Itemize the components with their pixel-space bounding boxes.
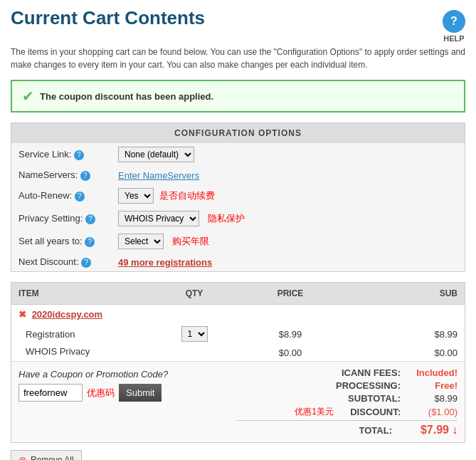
- help-q-autorenew[interactable]: ?: [75, 192, 85, 202]
- help-q-privacy[interactable]: ?: [85, 214, 95, 224]
- config-label-autorenew: Auto-Renew: ?: [11, 184, 111, 207]
- help-q-nameservers[interactable]: ?: [80, 171, 90, 181]
- col-item: ITEM: [11, 283, 159, 305]
- config-section: CONFIGURATION OPTIONS Service Link: ? No…: [11, 122, 465, 272]
- whois-sub: $0.00: [351, 344, 465, 362]
- domain-name[interactable]: 2020idcspy.com: [32, 309, 102, 320]
- config-label-years: Set all years to: ?: [11, 230, 111, 253]
- domain-x-icon: ✖: [18, 309, 26, 320]
- processing-label: PROCESSING:: [308, 380, 401, 391]
- icann-fees-value: Included!: [401, 367, 458, 378]
- nameservers-link[interactable]: Enter NameServers: [118, 170, 199, 181]
- discount-label: DISCOUNT:: [337, 407, 401, 417]
- config-label-discount: Next Discount: ?: [11, 253, 111, 271]
- discount-link[interactable]: 49 more registrations: [118, 257, 212, 268]
- items-section: ITEM QTY PRICE SUB ✖ 2020idcspy.com Regi…: [11, 282, 465, 443]
- registration-sub: $8.99: [351, 324, 465, 344]
- help-label: HELP: [443, 34, 465, 43]
- discount-note: 优惠1美元: [295, 406, 334, 418]
- service-link-select[interactable]: None (default): [118, 147, 194, 162]
- remove-icon: ⊗: [18, 454, 27, 460]
- autorenew-note: 是否自动续费: [159, 189, 215, 202]
- qty-select[interactable]: 1 2: [181, 326, 208, 342]
- registration-label: Registration: [11, 324, 159, 344]
- help-q-service[interactable]: ?: [74, 150, 84, 160]
- help-icon: ?: [443, 10, 465, 33]
- whois-row: WHOIS Privacy $0.00 $0.00: [11, 344, 465, 362]
- subtotal-value: $8.99: [401, 393, 458, 404]
- whois-price: $0.00: [229, 344, 351, 362]
- config-label-privacy: Privacy Setting: ?: [11, 207, 111, 230]
- col-sub: SUB: [351, 283, 465, 305]
- privacy-select[interactable]: WHOIS Privacy None: [118, 211, 199, 226]
- coupon-notice-banner: ✔ The coupon discount has been applied.: [11, 80, 465, 113]
- registration-row: Registration 1 2 $8.99 $8.99: [11, 324, 465, 344]
- privacy-note: 隐私保护: [208, 213, 245, 224]
- years-note: 购买年限: [172, 236, 209, 246]
- discount-value: ($1.00): [401, 407, 458, 417]
- page-title: Current Cart Contents: [11, 7, 205, 29]
- processing-value: Free!: [401, 380, 458, 391]
- remove-label: Remove All: [31, 455, 74, 460]
- total-value: $7.99: [392, 424, 449, 437]
- coupon-fees-row: Have a Coupon or Promotion Code? 优惠码 Sub…: [11, 362, 465, 443]
- coupon-label: Have a Coupon or Promotion Code?: [18, 369, 222, 380]
- config-label-service-link: Service Link: ?: [11, 143, 111, 166]
- autorenew-select[interactable]: Yes No: [118, 188, 154, 204]
- domain-row: ✖ 2020idcspy.com: [11, 305, 465, 325]
- config-label-nameservers: NameServers: ?: [11, 166, 111, 184]
- help-button[interactable]: ? HELP: [443, 10, 465, 43]
- config-header: CONFIGURATION OPTIONS: [11, 123, 465, 143]
- help-q-years[interactable]: ?: [85, 237, 95, 247]
- help-q-discount[interactable]: ?: [81, 258, 91, 268]
- whois-qty: [159, 344, 229, 362]
- remove-all-button[interactable]: ⊗ Remove All: [11, 450, 82, 460]
- col-qty: QTY: [159, 283, 229, 305]
- items-table: ITEM QTY PRICE SUB ✖ 2020idcspy.com Regi…: [11, 283, 465, 442]
- coupon-input[interactable]: [18, 384, 83, 402]
- total-label: TOTAL:: [300, 425, 392, 436]
- submit-coupon-button[interactable]: Submit: [119, 384, 162, 402]
- years-select[interactable]: Select 1 2 3: [118, 234, 164, 249]
- arrow-icon: ↓: [452, 424, 458, 437]
- intro-text: The items in your shopping cart can be f…: [11, 46, 465, 71]
- coupon-code-annotation: 优惠码: [87, 387, 115, 399]
- config-value-service-link[interactable]: None (default): [111, 143, 465, 166]
- registration-qty[interactable]: 1 2: [159, 324, 229, 344]
- whois-label: WHOIS Privacy: [11, 344, 159, 362]
- subtotal-label: SUBTOTAL:: [308, 393, 401, 404]
- check-icon: ✔: [22, 88, 34, 105]
- col-price: PRICE: [229, 283, 351, 305]
- coupon-notice-text: The coupon discount has been applied.: [40, 91, 213, 102]
- registration-price: $8.99: [229, 324, 351, 344]
- icann-fees-label: ICANN FEES:: [308, 367, 401, 378]
